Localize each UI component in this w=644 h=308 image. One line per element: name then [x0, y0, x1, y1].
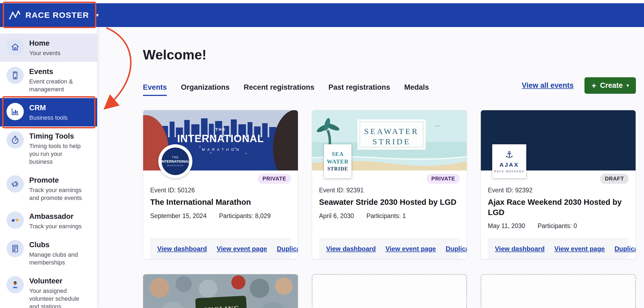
svg-text:STRIDE: STRIDE — [373, 137, 411, 146]
sidebar-item-subtitle: Your events — [29, 49, 60, 57]
view-event-page-link[interactable]: View event page — [386, 245, 436, 253]
tab-medals[interactable]: Medals — [404, 83, 429, 96]
sidebar-item-events[interactable]: Events Event creation & management — [0, 62, 97, 98]
event-card-body: PRIVATE Event ID: 92391 Seawater Stride … — [312, 170, 467, 259]
event-participants: Participants: 0 — [538, 222, 577, 230]
svg-text:MARATHON: MARATHON — [202, 148, 241, 152]
sidebar-item-label: Timing Tools — [29, 132, 86, 141]
sidebar-item-label: Home — [29, 39, 60, 48]
sidebar-item-subtitle: Track your earnings and promote events — [29, 186, 86, 202]
volunteer-icon — [6, 276, 24, 293]
main-content: Welcome! Events Organizations Recent reg… — [97, 27, 644, 308]
tabs: Events Organizations Recent registration… — [143, 83, 429, 96]
view-all-events-link[interactable]: View all events — [522, 81, 574, 90]
sidebar-item-label: CRM — [29, 103, 68, 112]
tab-organizations[interactable]: Organizations — [181, 83, 230, 96]
chevron-down-icon: ▾ — [96, 12, 99, 18]
event-banner-art: CYCLING IS FOR EVERYONE — [143, 274, 298, 308]
handshake-icon — [6, 212, 24, 229]
sidebar-item-subtitle: Track your earnings — [29, 222, 82, 230]
svg-text:THE: THE — [215, 127, 226, 132]
chevron-down-icon: ▾ — [626, 83, 629, 88]
race-roster-logo-icon — [9, 9, 21, 21]
event-logo-text: RACE WEEKEND — [494, 170, 524, 173]
svg-text:SEAWATER: SEAWATER — [364, 127, 419, 136]
event-logo-text: MARATHON — [167, 164, 183, 167]
duplicate-link[interactable]: Duplicate — [615, 245, 636, 253]
sidebar-item-label: Promote — [29, 176, 86, 185]
event-card-body: PRIVATE Event ID: 50126 The Internationa… — [143, 170, 298, 259]
sidebar-item-label: Ambassador — [29, 212, 82, 221]
event-logo-text: SEA — [332, 151, 344, 158]
sidebar-item-timing-tools[interactable]: Timing Tools Timing tools to help you ru… — [0, 126, 97, 170]
event-logo-text: AJAX — [500, 162, 519, 168]
event-card: ⚓ AJAX RACE WEEKEND DRAFT Event ID: 9239… — [481, 110, 636, 259]
event-id: Event ID: 92392 — [488, 187, 629, 194]
event-banner: CYCLING IS FOR EVERYONE — [143, 274, 298, 308]
event-logo: THE INTERNATIONAL MARATHON — [158, 144, 192, 178]
create-button-label: Create — [600, 81, 623, 90]
view-dashboard-link[interactable]: View dashboard — [495, 245, 545, 253]
race-roster-logo-menu[interactable]: RACE ROSTER ▾ — [9, 9, 99, 21]
event-participants: Participants: 8,029 — [219, 212, 271, 220]
crm-icon — [6, 103, 24, 120]
event-logo-text: STRIDE — [327, 166, 348, 172]
event-card: SEAWATER STRIDE SEA WATER STRIDE PRIVATE… — [312, 110, 467, 259]
event-logo: ⚓ AJAX RACE WEEKEND — [492, 144, 526, 178]
duplicate-link[interactable]: Duplicate — [446, 245, 467, 253]
tabs-actions: View all events + Create ▾ — [522, 77, 636, 96]
view-dashboard-link[interactable]: View dashboard — [326, 245, 376, 253]
sidebar-item-crm[interactable]: CRM Business tools — [0, 98, 97, 126]
duplicate-link[interactable]: Duplicate — [277, 245, 298, 253]
event-participants: Participants: 1 — [366, 212, 406, 220]
sidebar-item-home[interactable]: Home Your events — [0, 34, 97, 62]
sidebar-item-label: Events — [29, 67, 86, 76]
event-card-footer: View dashboard View event page Duplicate — [488, 238, 629, 259]
event-title: Seawater Stride 2030 Hosted by LGD — [319, 197, 460, 207]
tabs-row: Events Organizations Recent registration… — [143, 77, 636, 96]
event-id: Event ID: 50126 — [150, 187, 291, 194]
top-bar: RACE ROSTER ▾ — [0, 3, 644, 27]
event-card: THE INTERNATIONAL MARATHON THE INTERNATI… — [143, 110, 298, 259]
clubs-icon — [6, 240, 24, 257]
sidebar: Home Your events Events Event creation &… — [0, 27, 97, 308]
sidebar-item-clubs[interactable]: Clubs Manage clubs and memberships — [0, 235, 97, 271]
status-badge: DRAFT — [600, 174, 629, 184]
event-id: Event ID: 92391 — [319, 187, 460, 194]
logo-text: RACE ROSTER — [25, 11, 89, 20]
event-logo: SEA WATER STRIDE — [324, 144, 351, 178]
event-title: Ajax Race Weekend 2030 Hosted by LGD — [488, 197, 629, 217]
sidebar-item-subtitle: Your assigned volunteer schedule and sta… — [29, 287, 86, 308]
sidebar-item-subtitle: Timing tools to help you run your busine… — [29, 142, 86, 166]
event-card: CYCLING IS FOR EVERYONE — [143, 274, 298, 308]
sidebar-item-label: Volunteer — [29, 277, 86, 286]
tab-recent-registrations[interactable]: Recent registrations — [244, 83, 314, 96]
anchor-icon: ⚓ — [505, 150, 513, 159]
event-title: The International Marathon — [150, 197, 291, 207]
megaphone-icon — [6, 175, 24, 193]
create-button[interactable]: + Create ▾ — [584, 77, 636, 94]
view-dashboard-link[interactable]: View dashboard — [157, 245, 207, 253]
sidebar-item-volunteer[interactable]: Volunteer Your assigned volunteer schedu… — [0, 271, 97, 308]
tab-events[interactable]: Events — [143, 83, 167, 96]
event-date: September 15, 2024 — [150, 212, 206, 220]
event-card-body: DRAFT Event ID: 92392 Ajax Race Weekend … — [481, 170, 636, 259]
events-icon — [6, 67, 24, 84]
event-card-footer: View dashboard View event page Duplicate — [150, 238, 291, 259]
sidebar-item-ambassador[interactable]: Ambassador Track your earnings — [0, 207, 97, 235]
sidebar-item-subtitle: Manage clubs and memberships — [29, 251, 86, 266]
empty-card-placeholder — [481, 274, 636, 308]
plus-icon: + — [592, 82, 596, 90]
sidebar-item-label: Clubs — [29, 240, 86, 249]
event-cards-grid: THE INTERNATIONAL MARATHON THE INTERNATI… — [143, 110, 636, 308]
event-date: May 11, 2030 — [488, 222, 525, 230]
sidebar-item-subtitle: Event creation & management — [29, 78, 86, 93]
event-card-footer: View dashboard View event page Duplicate — [319, 238, 460, 259]
view-event-page-link[interactable]: View event page — [217, 245, 267, 253]
view-event-page-link[interactable]: View event page — [554, 245, 605, 253]
page-title: Welcome! — [143, 47, 636, 63]
empty-card-placeholder — [312, 274, 467, 308]
tab-past-registrations[interactable]: Past registrations — [328, 83, 390, 96]
sidebar-item-promote[interactable]: Promote Track your earnings and promote … — [0, 170, 97, 207]
event-logo-text: WATER — [327, 158, 349, 165]
